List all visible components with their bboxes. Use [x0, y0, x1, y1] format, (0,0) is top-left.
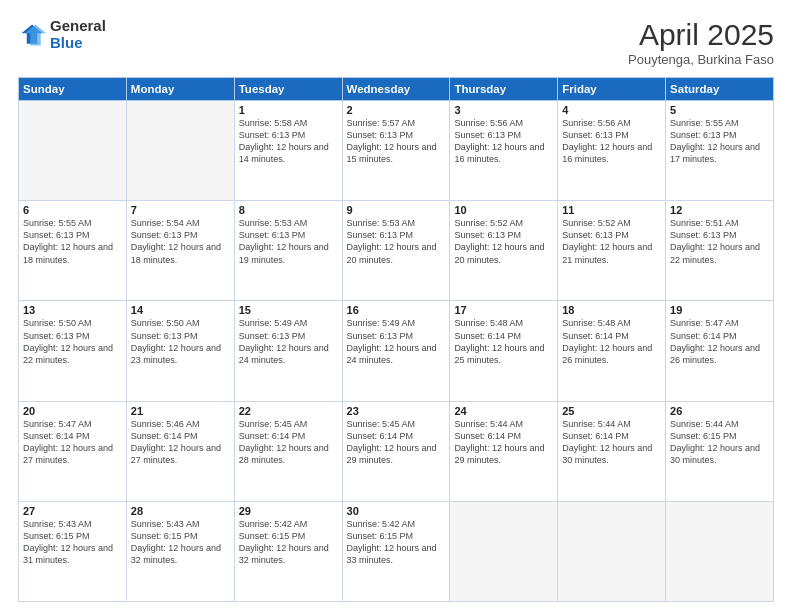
calendar-week-row: 1Sunrise: 5:58 AM Sunset: 6:13 PM Daylig… [19, 101, 774, 201]
day-number: 30 [347, 505, 446, 517]
calendar-cell: 1Sunrise: 5:58 AM Sunset: 6:13 PM Daylig… [234, 101, 342, 201]
calendar-cell: 6Sunrise: 5:55 AM Sunset: 6:13 PM Daylig… [19, 201, 127, 301]
day-info: Sunrise: 5:49 AM Sunset: 6:13 PM Dayligh… [239, 317, 338, 366]
day-number: 22 [239, 405, 338, 417]
day-info: Sunrise: 5:54 AM Sunset: 6:13 PM Dayligh… [131, 217, 230, 266]
day-info: Sunrise: 5:52 AM Sunset: 6:13 PM Dayligh… [454, 217, 553, 266]
day-number: 19 [670, 304, 769, 316]
calendar-cell: 17Sunrise: 5:48 AM Sunset: 6:14 PM Dayli… [450, 301, 558, 401]
day-number: 21 [131, 405, 230, 417]
title-month: April 2025 [628, 18, 774, 52]
day-number: 5 [670, 104, 769, 116]
day-number: 3 [454, 104, 553, 116]
calendar-cell: 3Sunrise: 5:56 AM Sunset: 6:13 PM Daylig… [450, 101, 558, 201]
calendar-cell: 16Sunrise: 5:49 AM Sunset: 6:13 PM Dayli… [342, 301, 450, 401]
col-tuesday: Tuesday [234, 78, 342, 101]
day-info: Sunrise: 5:44 AM Sunset: 6:14 PM Dayligh… [562, 418, 661, 467]
day-info: Sunrise: 5:56 AM Sunset: 6:13 PM Dayligh… [454, 117, 553, 166]
day-info: Sunrise: 5:46 AM Sunset: 6:14 PM Dayligh… [131, 418, 230, 467]
calendar-cell: 24Sunrise: 5:44 AM Sunset: 6:14 PM Dayli… [450, 401, 558, 501]
day-info: Sunrise: 5:45 AM Sunset: 6:14 PM Dayligh… [239, 418, 338, 467]
calendar-cell: 30Sunrise: 5:42 AM Sunset: 6:15 PM Dayli… [342, 501, 450, 601]
day-info: Sunrise: 5:52 AM Sunset: 6:13 PM Dayligh… [562, 217, 661, 266]
day-info: Sunrise: 5:53 AM Sunset: 6:13 PM Dayligh… [239, 217, 338, 266]
day-info: Sunrise: 5:42 AM Sunset: 6:15 PM Dayligh… [347, 518, 446, 567]
day-info: Sunrise: 5:55 AM Sunset: 6:13 PM Dayligh… [670, 117, 769, 166]
calendar-cell: 27Sunrise: 5:43 AM Sunset: 6:15 PM Dayli… [19, 501, 127, 601]
day-number: 7 [131, 204, 230, 216]
day-number: 27 [23, 505, 122, 517]
title-block: April 2025 Pouytenga, Burkina Faso [628, 18, 774, 67]
logo-text: General Blue [50, 18, 106, 51]
page: General Blue April 2025 Pouytenga, Burki… [0, 0, 792, 612]
header: General Blue April 2025 Pouytenga, Burki… [18, 18, 774, 67]
day-info: Sunrise: 5:44 AM Sunset: 6:14 PM Dayligh… [454, 418, 553, 467]
day-number: 13 [23, 304, 122, 316]
calendar-cell: 5Sunrise: 5:55 AM Sunset: 6:13 PM Daylig… [666, 101, 774, 201]
day-number: 1 [239, 104, 338, 116]
calendar-cell: 28Sunrise: 5:43 AM Sunset: 6:15 PM Dayli… [126, 501, 234, 601]
day-info: Sunrise: 5:44 AM Sunset: 6:15 PM Dayligh… [670, 418, 769, 467]
day-number: 23 [347, 405, 446, 417]
day-info: Sunrise: 5:55 AM Sunset: 6:13 PM Dayligh… [23, 217, 122, 266]
calendar-cell [558, 501, 666, 601]
col-saturday: Saturday [666, 78, 774, 101]
day-info: Sunrise: 5:50 AM Sunset: 6:13 PM Dayligh… [23, 317, 122, 366]
day-number: 20 [23, 405, 122, 417]
day-number: 18 [562, 304, 661, 316]
calendar-cell: 21Sunrise: 5:46 AM Sunset: 6:14 PM Dayli… [126, 401, 234, 501]
calendar-cell: 8Sunrise: 5:53 AM Sunset: 6:13 PM Daylig… [234, 201, 342, 301]
calendar-cell: 9Sunrise: 5:53 AM Sunset: 6:13 PM Daylig… [342, 201, 450, 301]
day-number: 24 [454, 405, 553, 417]
day-number: 2 [347, 104, 446, 116]
calendar-week-row: 27Sunrise: 5:43 AM Sunset: 6:15 PM Dayli… [19, 501, 774, 601]
day-info: Sunrise: 5:57 AM Sunset: 6:13 PM Dayligh… [347, 117, 446, 166]
day-info: Sunrise: 5:47 AM Sunset: 6:14 PM Dayligh… [670, 317, 769, 366]
calendar-cell: 7Sunrise: 5:54 AM Sunset: 6:13 PM Daylig… [126, 201, 234, 301]
col-friday: Friday [558, 78, 666, 101]
day-info: Sunrise: 5:45 AM Sunset: 6:14 PM Dayligh… [347, 418, 446, 467]
day-info: Sunrise: 5:56 AM Sunset: 6:13 PM Dayligh… [562, 117, 661, 166]
col-thursday: Thursday [450, 78, 558, 101]
logo: General Blue [18, 18, 106, 51]
calendar-cell [450, 501, 558, 601]
day-number: 6 [23, 204, 122, 216]
day-info: Sunrise: 5:48 AM Sunset: 6:14 PM Dayligh… [562, 317, 661, 366]
day-info: Sunrise: 5:53 AM Sunset: 6:13 PM Dayligh… [347, 217, 446, 266]
day-number: 4 [562, 104, 661, 116]
day-info: Sunrise: 5:43 AM Sunset: 6:15 PM Dayligh… [23, 518, 122, 567]
calendar-cell: 13Sunrise: 5:50 AM Sunset: 6:13 PM Dayli… [19, 301, 127, 401]
calendar-cell: 11Sunrise: 5:52 AM Sunset: 6:13 PM Dayli… [558, 201, 666, 301]
day-number: 17 [454, 304, 553, 316]
day-number: 14 [131, 304, 230, 316]
calendar-cell [19, 101, 127, 201]
calendar-cell: 23Sunrise: 5:45 AM Sunset: 6:14 PM Dayli… [342, 401, 450, 501]
calendar-week-row: 13Sunrise: 5:50 AM Sunset: 6:13 PM Dayli… [19, 301, 774, 401]
day-number: 10 [454, 204, 553, 216]
day-number: 25 [562, 405, 661, 417]
calendar-week-row: 6Sunrise: 5:55 AM Sunset: 6:13 PM Daylig… [19, 201, 774, 301]
day-number: 9 [347, 204, 446, 216]
logo-icon [18, 21, 46, 49]
day-info: Sunrise: 5:49 AM Sunset: 6:13 PM Dayligh… [347, 317, 446, 366]
day-info: Sunrise: 5:58 AM Sunset: 6:13 PM Dayligh… [239, 117, 338, 166]
col-wednesday: Wednesday [342, 78, 450, 101]
calendar-cell: 12Sunrise: 5:51 AM Sunset: 6:13 PM Dayli… [666, 201, 774, 301]
calendar-week-row: 20Sunrise: 5:47 AM Sunset: 6:14 PM Dayli… [19, 401, 774, 501]
day-number: 15 [239, 304, 338, 316]
calendar-table: Sunday Monday Tuesday Wednesday Thursday… [18, 77, 774, 602]
day-number: 12 [670, 204, 769, 216]
day-number: 8 [239, 204, 338, 216]
calendar-cell: 20Sunrise: 5:47 AM Sunset: 6:14 PM Dayli… [19, 401, 127, 501]
day-info: Sunrise: 5:43 AM Sunset: 6:15 PM Dayligh… [131, 518, 230, 567]
calendar-header-row: Sunday Monday Tuesday Wednesday Thursday… [19, 78, 774, 101]
logo-general-text: General [50, 18, 106, 35]
calendar-cell: 2Sunrise: 5:57 AM Sunset: 6:13 PM Daylig… [342, 101, 450, 201]
calendar-cell [126, 101, 234, 201]
calendar-cell: 4Sunrise: 5:56 AM Sunset: 6:13 PM Daylig… [558, 101, 666, 201]
day-number: 28 [131, 505, 230, 517]
col-sunday: Sunday [19, 78, 127, 101]
logo-blue-text: Blue [50, 35, 106, 52]
day-info: Sunrise: 5:48 AM Sunset: 6:14 PM Dayligh… [454, 317, 553, 366]
calendar-cell: 15Sunrise: 5:49 AM Sunset: 6:13 PM Dayli… [234, 301, 342, 401]
